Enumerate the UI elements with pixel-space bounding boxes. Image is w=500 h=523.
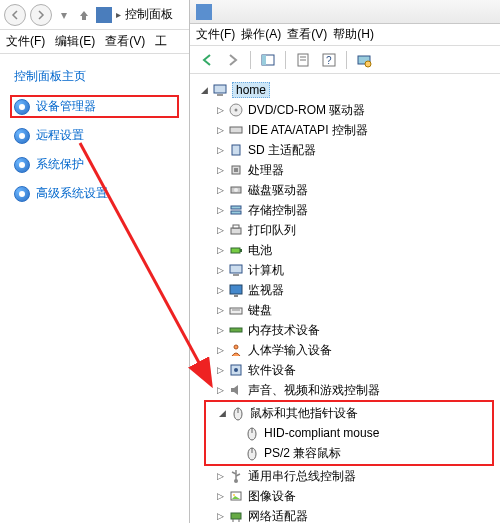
sd-icon — [228, 142, 244, 158]
device-manager-icon — [196, 4, 212, 20]
back-button[interactable] — [4, 4, 26, 26]
menu-view[interactable]: 查看(V) — [105, 33, 145, 50]
tree-node[interactable]: ▷通用串行总线控制器 — [196, 466, 500, 486]
collapse-icon[interactable]: ◢ — [198, 84, 210, 96]
recent-dropdown-icon[interactable]: ▾ — [56, 4, 72, 26]
breadcrumb-text[interactable]: 控制面板 — [125, 6, 173, 23]
svg-rect-20 — [231, 211, 241, 214]
menu-view[interactable]: 查看(V) — [287, 26, 327, 43]
tree-node-label: 处理器 — [248, 162, 284, 179]
tree-node-label: 声音、视频和游戏控制器 — [248, 382, 380, 399]
expand-icon[interactable]: ▷ — [214, 264, 226, 276]
tree-node-label: 通用串行总线控制器 — [248, 468, 356, 485]
tree-node[interactable]: ▷磁盘驱动器 — [196, 180, 500, 200]
expand-icon[interactable]: ▷ — [214, 344, 226, 356]
show-hide-button[interactable] — [257, 49, 279, 71]
expand-icon[interactable]: ▷ — [214, 510, 226, 522]
menu-action[interactable]: 操作(A) — [241, 26, 281, 43]
expand-icon[interactable]: ▷ — [214, 164, 226, 176]
svg-rect-14 — [232, 145, 240, 155]
breadcrumb-separator-icon: ▸ — [116, 9, 121, 20]
sidebar-item-device-manager[interactable]: 设备管理器 — [10, 95, 179, 118]
sidebar-item-remote[interactable]: 远程设置 — [10, 124, 179, 147]
collapse-icon[interactable]: ◢ — [216, 407, 228, 419]
menu-edit[interactable]: 编辑(E) — [55, 33, 95, 50]
expand-icon[interactable]: ▷ — [214, 284, 226, 296]
expand-icon[interactable]: ▷ — [214, 324, 226, 336]
svg-point-18 — [234, 188, 238, 192]
menu-file[interactable]: 文件(F) — [196, 26, 235, 43]
up-button[interactable] — [76, 4, 92, 26]
expand-icon[interactable]: ▷ — [214, 244, 226, 256]
svg-rect-31 — [230, 328, 242, 332]
control-panel-home-link[interactable]: 控制面板主页 — [10, 66, 90, 87]
expand-icon[interactable]: ▷ — [214, 184, 226, 196]
tree-node-label: 计算机 — [248, 262, 284, 279]
expand-icon[interactable]: ▷ — [214, 304, 226, 316]
menu-tools[interactable]: 工 — [155, 33, 167, 50]
back-button[interactable] — [196, 49, 218, 71]
tree-node[interactable]: ▷监视器 — [196, 280, 500, 300]
sidebar-item-protection[interactable]: 系统保护 — [10, 153, 179, 176]
device-manager-window: 文件(F) 操作(A) 查看(V) 帮助(H) ? ◢ home ▷DVD/CD… — [190, 0, 500, 523]
tree-node[interactable]: ▷处理器 — [196, 160, 500, 180]
network-icon — [228, 508, 244, 523]
tree-node[interactable]: ▷网络适配器 — [196, 506, 500, 523]
tree-node[interactable]: ▷内存技术设备 — [196, 320, 500, 340]
tree-leaf-hid-mouse[interactable]: HID-compliant mouse — [206, 423, 492, 443]
svg-text:?: ? — [326, 55, 332, 66]
scan-button[interactable] — [353, 49, 375, 71]
tree-node[interactable]: ▷存储控制器 — [196, 200, 500, 220]
disc-icon — [228, 102, 244, 118]
tree-node[interactable]: ▷IDE ATA/ATAPI 控制器 — [196, 120, 500, 140]
tree-root[interactable]: ◢ home — [196, 80, 500, 100]
tree-node[interactable]: ▷打印队列 — [196, 220, 500, 240]
printer-icon — [228, 222, 244, 238]
expand-icon[interactable]: ▷ — [214, 124, 226, 136]
expand-icon[interactable]: ▷ — [214, 364, 226, 376]
tree-node[interactable]: ▷计算机 — [196, 260, 500, 280]
menu-bar: 文件(F) 编辑(E) 查看(V) 工 — [0, 30, 189, 54]
monitor-icon — [228, 282, 244, 298]
forward-button[interactable] — [30, 4, 52, 26]
tree-node[interactable]: ▷声音、视频和游戏控制器 — [196, 380, 500, 400]
tree-root-label: home — [232, 82, 270, 98]
svg-point-32 — [234, 345, 238, 349]
tree-node[interactable]: ▷图像设备 — [196, 486, 500, 506]
expand-icon[interactable]: ▷ — [214, 204, 226, 216]
tree-node[interactable]: ▷键盘 — [196, 300, 500, 320]
tree-node[interactable]: ▷人体学输入设备 — [196, 340, 500, 360]
tree-node-label: 打印队列 — [248, 222, 296, 239]
tree-node[interactable]: ▷SD 主适配器 — [196, 140, 500, 160]
sound-icon — [228, 382, 244, 398]
tree-node[interactable]: ▷DVD/CD-ROM 驱动器 — [196, 100, 500, 120]
svg-rect-21 — [231, 228, 241, 234]
sidebar-item-advanced[interactable]: 高级系统设置 — [10, 182, 179, 205]
properties-button[interactable] — [292, 49, 314, 71]
svg-rect-9 — [214, 85, 226, 93]
expand-icon[interactable]: ▷ — [214, 470, 226, 482]
expand-icon[interactable]: ▷ — [214, 104, 226, 116]
tree-node[interactable]: ▷电池 — [196, 240, 500, 260]
mouse-icon — [244, 425, 260, 441]
tree-node[interactable]: ▷软件设备 — [196, 360, 500, 380]
menu-file[interactable]: 文件(F) — [6, 33, 45, 50]
tree-node-label: 人体学输入设备 — [248, 342, 332, 359]
help-button[interactable]: ? — [318, 49, 340, 71]
expand-icon[interactable]: ▷ — [214, 490, 226, 502]
tree-leaf-label: PS/2 兼容鼠标 — [264, 445, 341, 462]
tree-node-mouse[interactable]: ◢ 鼠标和其他指针设备 — [206, 403, 492, 423]
expand-icon[interactable]: ▷ — [214, 144, 226, 156]
expand-icon[interactable]: ▷ — [214, 224, 226, 236]
menu-help[interactable]: 帮助(H) — [333, 26, 374, 43]
toolbar: ? — [190, 46, 500, 74]
expand-icon[interactable]: ▷ — [214, 384, 226, 396]
toolbar-separator — [346, 51, 347, 69]
svg-point-44 — [233, 494, 235, 496]
memory-icon — [228, 322, 244, 338]
tree-leaf-ps2-mouse[interactable]: PS/2 兼容鼠标 — [206, 443, 492, 463]
sidebar-item-label: 高级系统设置 — [36, 185, 108, 202]
sidebar-item-label: 设备管理器 — [36, 98, 96, 115]
tree-node-label: SD 主适配器 — [248, 142, 316, 159]
forward-button[interactable] — [222, 49, 244, 71]
